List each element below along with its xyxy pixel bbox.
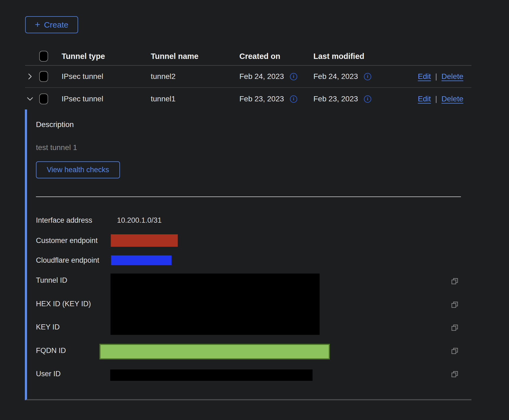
tunnels-table: Tunnel type Tunnel name Created on Last … — [25, 47, 471, 110]
fqdn-id-redaction — [99, 344, 330, 359]
view-health-checks-button[interactable]: View health checks — [36, 161, 120, 178]
copy-key-id-button[interactable] — [449, 322, 460, 333]
interface-address-value: 10.200.1.0/31 — [117, 216, 162, 225]
copy-tunnel-id-button[interactable] — [449, 276, 460, 287]
column-header-tunnel-name: Tunnel name — [151, 52, 239, 61]
delete-link-tunnel2[interactable]: Delete — [441, 72, 463, 81]
actions-separator: | — [435, 72, 437, 81]
row-checkbox-tunnel2[interactable] — [39, 71, 48, 82]
row-checkbox-tunnel1[interactable] — [39, 94, 48, 104]
edit-link-tunnel1[interactable]: Edit — [418, 95, 431, 103]
delete-link-tunnel1[interactable]: Delete — [441, 95, 463, 103]
table-header-row: Tunnel type Tunnel name Created on Last … — [25, 47, 471, 66]
info-icon[interactable]: i — [364, 95, 371, 103]
description-text: test tunnel 1 — [36, 143, 77, 152]
key-id-label: KEY ID — [36, 323, 60, 331]
description-heading: Description — [36, 120, 74, 129]
create-button[interactable]: + Create — [25, 16, 78, 33]
user-id-redaction — [110, 369, 313, 381]
column-header-last-modified: Last modified — [313, 52, 415, 61]
info-glyph: i — [367, 96, 368, 102]
chevron-down-icon[interactable] — [26, 95, 34, 103]
section-divider — [36, 196, 461, 197]
copy-user-id-button[interactable] — [449, 369, 460, 380]
hex-id-label: HEX ID (KEY ID) — [36, 300, 91, 308]
table-row-tunnel2: IPsec tunnel tunnel2 Feb 24, 2023 i Feb … — [25, 66, 471, 88]
copy-hex-id-button[interactable] — [449, 299, 460, 310]
info-icon[interactable]: i — [290, 73, 297, 80]
fqdn-id-label: FQDN ID — [36, 346, 66, 355]
create-button-label: Create — [44, 20, 68, 29]
created-on-value: Feb 24, 2023 — [239, 72, 284, 81]
user-id-label: User ID — [36, 370, 61, 378]
last-modified-value: Feb 23, 2023 — [313, 95, 358, 103]
info-glyph: i — [367, 74, 368, 79]
tunnel1-details-panel: Description test tunnel 1 View health ch… — [25, 109, 471, 400]
chevron-right-icon[interactable] — [26, 73, 34, 80]
select-all-checkbox[interactable] — [39, 51, 48, 62]
info-icon[interactable]: i — [290, 95, 297, 103]
info-icon[interactable]: i — [364, 73, 371, 80]
cloudflare-endpoint-redaction — [111, 255, 172, 265]
ids-redaction-block — [110, 274, 320, 335]
created-on-value: Feb 23, 2023 — [239, 95, 284, 103]
last-modified-value: Feb 24, 2023 — [313, 72, 358, 81]
actions-separator: | — [435, 95, 437, 103]
column-header-created-on: Created on — [239, 52, 313, 61]
tunnel-name-cell: tunnel2 — [151, 72, 239, 81]
interface-address-label: Interface address — [36, 216, 92, 225]
info-glyph: i — [293, 74, 294, 79]
table-row-tunnel1: IPsec tunnel tunnel1 Feb 23, 2023 i Feb … — [25, 88, 471, 110]
edit-link-tunnel2[interactable]: Edit — [418, 72, 431, 81]
tunnel-name-cell: tunnel1 — [151, 95, 239, 103]
cloudflare-endpoint-label: Cloudflare endpoint — [36, 256, 99, 265]
tunnel-id-label: Tunnel ID — [36, 276, 67, 285]
ipsec-tunnels-page: + Create Tunnel type Tunnel name Created… — [0, 0, 509, 420]
plus-icon: + — [35, 20, 40, 29]
tunnel-type-cell: IPsec tunnel — [62, 72, 151, 81]
copy-fqdn-id-button[interactable] — [449, 346, 460, 356]
column-header-tunnel-type: Tunnel type — [62, 52, 151, 61]
tunnel-type-cell: IPsec tunnel — [62, 95, 151, 103]
customer-endpoint-label: Customer endpoint — [36, 236, 98, 245]
customer-endpoint-redaction — [111, 234, 178, 247]
info-glyph: i — [293, 96, 294, 102]
